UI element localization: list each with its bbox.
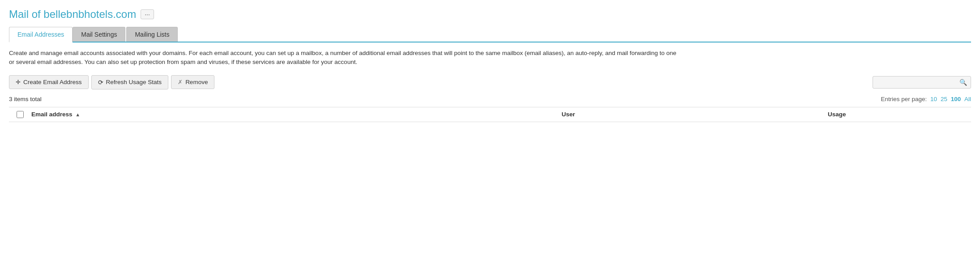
remove-icon [178, 79, 183, 85]
col-header-user[interactable]: User [434, 111, 703, 118]
entries-25[interactable]: 25 [941, 96, 947, 102]
search-icon: 🔍 [959, 79, 967, 86]
select-all-checkbox[interactable] [17, 111, 24, 118]
create-email-label: Create Email Address [23, 79, 82, 85]
search-box: 🔍 [873, 76, 971, 89]
create-icon [16, 79, 21, 85]
refresh-usage-label: Refresh Usage Stats [106, 79, 162, 85]
entries-per-page: Entries per page: 10 25 100 All [881, 96, 971, 102]
items-count: 3 items total [9, 96, 42, 102]
tab-mailing-lists[interactable]: Mailing Lists [126, 27, 178, 42]
tab-mail-settings[interactable]: Mail Settings [73, 27, 125, 42]
page-title-section: Mail of bellebnbhotels.com ··· [9, 8, 971, 21]
col-header-email[interactable]: Email address ▲ [31, 111, 434, 118]
refresh-usage-button[interactable]: Refresh Usage Stats [91, 75, 169, 89]
col-header-usage[interactable]: Usage [702, 111, 971, 118]
refresh-icon [98, 79, 103, 86]
remove-label: Remove [185, 79, 208, 85]
domain-name: bellebnbhotels.com [43, 8, 136, 20]
tab-bar: Email Addresses Mail Settings Mailing Li… [9, 27, 971, 42]
create-email-button[interactable]: Create Email Address [9, 75, 89, 89]
page-title: Mail of bellebnbhotels.com [9, 8, 136, 21]
table-header: Email address ▲ User Usage [9, 107, 971, 122]
sort-arrow-email: ▲ [75, 112, 80, 117]
search-input[interactable] [877, 79, 959, 85]
description-text: Create and manage email accounts associa… [9, 49, 680, 67]
entries-all[interactable]: All [964, 96, 971, 102]
entries-100[interactable]: 100 [951, 96, 961, 102]
entries-10[interactable]: 10 [930, 96, 937, 102]
select-all-col [9, 111, 31, 118]
toolbar: Create Email Address Refresh Usage Stats… [9, 75, 971, 89]
list-meta: 3 items total Entries per page: 10 25 10… [9, 96, 971, 102]
remove-button[interactable]: Remove [171, 75, 214, 89]
more-options-button[interactable]: ··· [141, 9, 154, 19]
tab-email-addresses[interactable]: Email Addresses [9, 27, 73, 42]
